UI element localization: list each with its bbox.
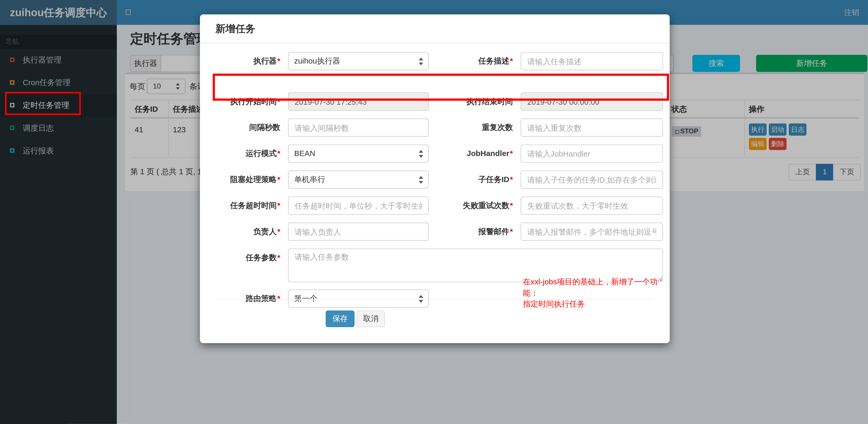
block-strategy-label: 阻塞处理策略*	[200, 171, 280, 189]
select-caret-icon	[419, 150, 423, 158]
stage: zuihou任务调度中心 注销 导航 执行器管理 Cron任务管理 定时任务管理	[0, 0, 868, 424]
add-task-modal: 新增任务 执行器* zuihou执行器 任务描述* 执行开始时间* 执行结束时间…	[200, 14, 670, 343]
route-strategy-select[interactable]: 第一个	[288, 289, 429, 307]
form-row-1: 执行器* zuihou执行器 任务描述*	[200, 52, 670, 70]
run-mode-label: 运行模式*	[200, 144, 280, 163]
job-desc-label: 任务描述*	[436, 52, 513, 70]
save-button[interactable]: 保存	[326, 311, 355, 327]
fail-retry-input[interactable]	[521, 196, 663, 215]
alarm-email-label: 报警邮件*	[436, 222, 513, 241]
owner-label: 负责人*	[200, 222, 280, 241]
feature-note-line2: 指定时间执行任务	[523, 298, 670, 309]
select-caret-icon	[419, 176, 423, 184]
feature-note-line1: 在xxl-jobs项目的基础上，新增了一个功能：	[523, 276, 670, 298]
owner-input[interactable]	[288, 222, 429, 241]
job-handler-label: JobHandler*	[436, 144, 513, 163]
job-param-label: 任务参数*	[200, 249, 280, 267]
annotation-box-time-row	[213, 74, 669, 101]
child-job-label: 子任务ID*	[436, 171, 513, 189]
fail-retry-label: 失败重试次数*	[436, 196, 513, 215]
interval-label: 间隔秒数	[200, 119, 280, 137]
select-caret-icon	[419, 57, 423, 65]
repeat-count-label: 重复次数	[436, 119, 513, 137]
child-job-input[interactable]	[521, 171, 663, 189]
timeout-label: 任务超时时间*	[200, 196, 280, 215]
modal-divider	[216, 299, 654, 300]
cancel-button[interactable]: 取消	[357, 311, 385, 327]
repeat-count-input[interactable]	[521, 119, 663, 137]
form-row-7: 负责人* 报警邮件*	[200, 222, 670, 241]
form-row-4: 运行模式* BEAN JobHandler*	[200, 144, 670, 163]
executor-label: 执行器*	[200, 52, 280, 70]
route-strategy-label: 路由策略*	[200, 289, 280, 307]
form-row-6: 任务超时时间* 失败重试次数*	[200, 196, 670, 215]
form-row-3: 间隔秒数 重复次数	[200, 119, 670, 137]
form-row-5: 阻塞处理策略* 单机串行 子任务ID*	[200, 171, 670, 189]
alarm-email-input[interactable]	[521, 222, 663, 241]
job-handler-input[interactable]	[521, 144, 663, 163]
timeout-input[interactable]	[288, 196, 429, 215]
run-mode-select[interactable]: BEAN	[288, 144, 429, 163]
executor-select[interactable]: zuihou执行器	[288, 52, 429, 70]
select-caret-icon	[419, 295, 423, 303]
annotation-box-sidebar-item	[5, 92, 81, 115]
job-desc-input[interactable]	[521, 52, 663, 70]
modal-title: 新增任务	[216, 14, 255, 43]
modal-header: 新增任务	[200, 14, 670, 43]
interval-input[interactable]	[288, 119, 429, 137]
block-strategy-select[interactable]: 单机串行	[288, 171, 429, 189]
feature-note: 在xxl-jobs项目的基础上，新增了一个功能： 指定时间执行任务	[523, 276, 670, 309]
